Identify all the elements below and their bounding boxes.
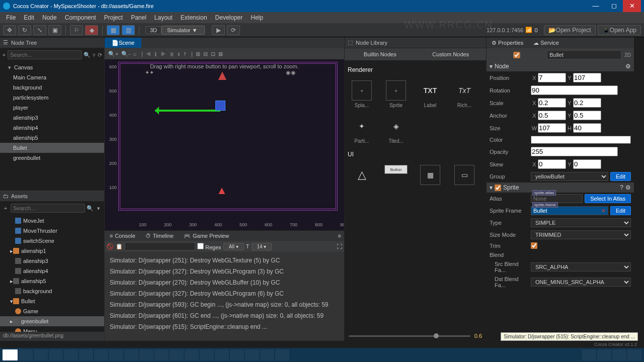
tree-item[interactable]: alienship5 bbox=[0, 133, 104, 143]
tray-icon[interactable] bbox=[582, 349, 596, 360]
node-section-header[interactable]: ▾Node⚙ bbox=[487, 61, 634, 71]
tray-icon[interactable] bbox=[597, 349, 611, 360]
taskbar-app-icon[interactable] bbox=[200, 349, 214, 360]
asset-item[interactable]: ▸alienship1 bbox=[0, 246, 104, 256]
position-y-input[interactable] bbox=[573, 73, 601, 82]
select-in-atlas-button[interactable]: Select In Atlas bbox=[585, 194, 631, 203]
selected-gizmo[interactable] bbox=[155, 110, 220, 112]
tree-item[interactable]: alienship3 bbox=[0, 113, 104, 123]
help-icon[interactable]: ? bbox=[620, 184, 623, 191]
trim-checkbox[interactable] bbox=[531, 242, 537, 249]
simulator-select[interactable]: Simulator ▼ bbox=[162, 26, 205, 35]
service-tab[interactable]: ☁ Service bbox=[528, 40, 564, 46]
lib-item[interactable]: ▭ bbox=[452, 165, 476, 187]
refresh-button[interactable]: ⟳ bbox=[227, 25, 240, 35]
node-tree-search[interactable] bbox=[8, 50, 82, 59]
tree-item-selected[interactable]: Bullet bbox=[0, 143, 104, 153]
add-node-button[interactable]: + bbox=[2, 51, 6, 59]
clear-console-icon[interactable]: 🚫 bbox=[107, 243, 114, 250]
minimize-button[interactable]: — bbox=[587, 0, 605, 12]
asset-item[interactable]: MoveThruster bbox=[0, 226, 104, 236]
filter-level-select[interactable]: All ▾ bbox=[223, 243, 244, 250]
open-project-button[interactable]: 📂 Open Project bbox=[544, 25, 596, 35]
sprite-section-header[interactable]: ▾Sprite?⚙ bbox=[487, 183, 634, 193]
menu-extension[interactable]: Extension bbox=[177, 12, 211, 23]
sprite-frame-edit-button[interactable]: Edit bbox=[610, 206, 631, 215]
add-asset-button[interactable]: + bbox=[2, 204, 9, 212]
taskbar-app-icon[interactable] bbox=[245, 349, 259, 360]
properties-tab[interactable]: ⚙ Properties bbox=[487, 40, 528, 46]
asset-item[interactable]: alienship4 bbox=[0, 266, 104, 276]
size-h-input[interactable] bbox=[573, 123, 601, 133]
dimension-toggle[interactable]: 2D bbox=[624, 52, 631, 58]
color-swatch[interactable] bbox=[531, 136, 631, 144]
reset-zoom-icon[interactable]: ⌕ bbox=[133, 51, 137, 57]
game-preview-tab[interactable]: 🎮 Game Preview bbox=[179, 233, 234, 239]
menu-project[interactable]: Project bbox=[100, 12, 127, 23]
scene-tab[interactable]: 📄 Scene bbox=[105, 38, 141, 48]
close-button[interactable]: ✕ bbox=[623, 0, 641, 12]
anchor-x-input[interactable] bbox=[538, 111, 566, 120]
rotation-input[interactable] bbox=[531, 85, 618, 95]
anchor-y-input[interactable] bbox=[573, 111, 601, 120]
custom-nodes-tab[interactable]: Custom Nodes bbox=[416, 48, 487, 60]
open-app-button[interactable]: 📱 Open App bbox=[598, 25, 641, 35]
align-left-icon[interactable]: ⫷ bbox=[146, 51, 151, 57]
anchor-tool-button[interactable]: ⚐ bbox=[70, 25, 83, 35]
size-mode-select[interactable]: TRIMMED bbox=[531, 230, 631, 239]
scale-tool-button[interactable]: ⤡ bbox=[33, 25, 46, 35]
lib-item[interactable]: TxTRich... bbox=[452, 80, 476, 108]
lib-item[interactable]: ▦ bbox=[418, 165, 442, 187]
menu-edit[interactable]: Edit bbox=[20, 12, 38, 23]
builtin-nodes-tab[interactable]: Builtin Nodes bbox=[345, 48, 416, 60]
taskbar-app-icon[interactable] bbox=[79, 349, 93, 360]
filter-icon[interactable]: ▿ bbox=[92, 51, 96, 59]
taskbar-app-icon[interactable] bbox=[260, 349, 274, 360]
skew-x-input[interactable] bbox=[538, 159, 566, 169]
position-x-input[interactable] bbox=[538, 73, 566, 82]
menu-developer[interactable]: Developer bbox=[211, 12, 247, 23]
taskbar-app-icon[interactable] bbox=[154, 349, 169, 360]
src-blend-select[interactable]: SRC_ALPHA bbox=[531, 262, 631, 272]
dst-blend-select[interactable]: ONE_MINUS_SRC_ALPHA bbox=[531, 278, 631, 287]
gear-icon[interactable]: ⚙ bbox=[625, 63, 631, 70]
assets-filter-icon[interactable]: ▾ bbox=[95, 204, 102, 212]
rotate-tool-button[interactable]: ↻ bbox=[18, 25, 31, 35]
sprite-frame-field[interactable]: sprite-frameBullet✕ bbox=[531, 206, 608, 215]
tree-item[interactable]: Main Camera bbox=[0, 72, 104, 82]
scene-viewport[interactable]: Drag with right mouse button to pan view… bbox=[105, 59, 344, 230]
library-zoom[interactable]: 0.6 bbox=[345, 331, 486, 341]
start-button[interactable] bbox=[3, 349, 18, 360]
gear-icon[interactable]: ⚙ bbox=[625, 184, 631, 191]
taskbar-app-icon[interactable] bbox=[185, 349, 199, 360]
local-tool-button[interactable]: ◆ bbox=[85, 25, 98, 35]
cortana-icon[interactable] bbox=[19, 349, 33, 360]
windows-taskbar[interactable] bbox=[0, 348, 644, 362]
asset-item[interactable]: MoveJet bbox=[0, 216, 104, 226]
tree-root-canvas[interactable]: ▾Canvas bbox=[0, 62, 104, 72]
menu-layout[interactable]: Layout bbox=[150, 12, 177, 23]
asset-item[interactable]: Game bbox=[0, 306, 104, 316]
lib-item[interactable]: ◦Spla... bbox=[350, 80, 374, 108]
play-button[interactable]: ▶ bbox=[212, 25, 225, 35]
tree-item[interactable]: greenbullet bbox=[0, 153, 104, 163]
taskbar-app-icon[interactable] bbox=[215, 349, 229, 360]
tree-item[interactable]: alienship4 bbox=[0, 123, 104, 133]
skew-y-input[interactable] bbox=[573, 159, 601, 169]
menu-panel[interactable]: Panel bbox=[127, 12, 150, 23]
mode-3d-button[interactable]: 3D bbox=[145, 26, 162, 34]
rect-tool-button[interactable]: ▣ bbox=[48, 25, 61, 35]
console-tab[interactable]: ≡ Console bbox=[105, 233, 140, 239]
clear-icon[interactable]: ✕ bbox=[601, 208, 606, 214]
tree-item[interactable]: particlesystem bbox=[0, 93, 104, 103]
align-center-icon[interactable]: ⫿ bbox=[154, 51, 157, 57]
size-w-input[interactable] bbox=[538, 123, 566, 133]
taskbar-app-icon[interactable] bbox=[49, 349, 63, 360]
taskbar-app-icon[interactable] bbox=[139, 349, 153, 360]
console-output[interactable]: Simulator: D/jswrapper (251): Destroy We… bbox=[105, 252, 344, 341]
align2-tool-button[interactable]: ▥ bbox=[122, 25, 135, 35]
panel-menu-icon[interactable]: ≡ bbox=[338, 233, 341, 239]
tree-item[interactable]: background bbox=[0, 82, 104, 93]
font-size-select[interactable]: 14 ▾ bbox=[252, 243, 272, 250]
taskbar-app-icon[interactable] bbox=[230, 349, 244, 360]
